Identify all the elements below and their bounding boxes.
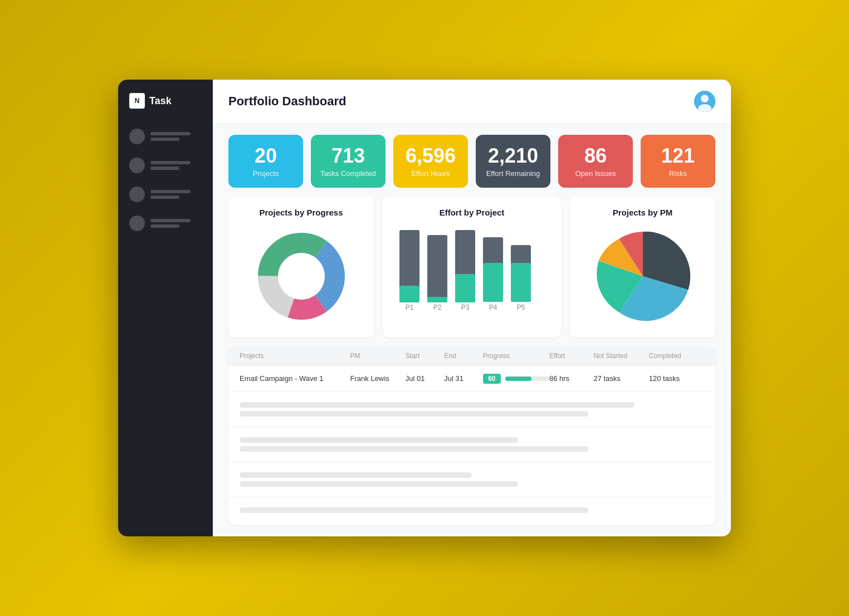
bar-chart-container: P1 P2 P3 P4	[394, 226, 550, 326]
col-header-not-started: Not Started	[593, 352, 648, 360]
chart-title-pm: Projects by PM	[581, 208, 704, 217]
skeleton-row-2	[228, 427, 715, 462]
sidebar-line	[150, 219, 191, 222]
svg-text:P3: P3	[461, 304, 470, 311]
col-header-progress: Progress	[483, 352, 549, 360]
sidebar-line	[150, 167, 179, 170]
sidebar-nav	[118, 124, 213, 236]
skeleton-line	[240, 446, 588, 452]
cell-effort: 86 hrs	[549, 374, 593, 383]
skeleton-line	[240, 481, 518, 487]
pie-chart-svg	[593, 226, 693, 326]
stat-card-remaining[interactable]: 2,210 Effort Remaining	[476, 135, 550, 188]
cell-project-name: Email Campaign - Wave 1	[240, 374, 350, 383]
stats-row: 20 Projects 713 Tasks Completed 6,596 Ef…	[213, 124, 731, 188]
sidebar-item-4[interactable]	[127, 211, 204, 236]
chart-title-effort: Effort by Project	[394, 208, 550, 217]
chart-card-effort: Effort by Project P1 P2	[383, 197, 561, 338]
col-header-pm: PM	[350, 352, 406, 360]
stat-number-issues: 86	[584, 145, 607, 167]
sidebar-item-3[interactable]	[127, 182, 204, 207]
svg-text:P2: P2	[433, 304, 442, 311]
svg-point-1	[701, 95, 709, 102]
stat-number-remaining: 2,210	[488, 145, 538, 167]
table-header: Projects PM Start End Progress Effort No…	[228, 346, 715, 366]
col-header-completed: Completed	[649, 352, 704, 360]
sidebar-line	[150, 161, 191, 164]
sidebar-lines-1	[150, 132, 191, 141]
app-wrapper: N Task	[118, 80, 731, 536]
stat-number-tasks: 713	[331, 145, 365, 167]
sidebar-line	[150, 138, 179, 141]
data-table: Projects PM Start End Progress Effort No…	[228, 346, 715, 525]
stat-card-issues[interactable]: 86 Open Issues	[558, 135, 633, 188]
stat-card-risks[interactable]: 121 Risks	[641, 135, 715, 188]
table-row[interactable]: Email Campaign - Wave 1 Frank Lewis Jul …	[228, 366, 715, 392]
main-content: Portfolio Dashboard 20 Projects 713 Task…	[213, 80, 731, 536]
svg-point-8	[280, 255, 323, 297]
bar-chart-svg: P1 P2 P3 P4	[394, 226, 550, 326]
sidebar-lines-2	[150, 161, 191, 170]
cell-pm: Frank Lewis	[350, 374, 406, 383]
progress-fill	[505, 377, 531, 381]
stat-number-effort: 6,596	[406, 145, 456, 167]
sidebar-dot-1	[129, 129, 145, 144]
sidebar-item-1[interactable]	[127, 124, 204, 149]
sidebar-line	[150, 132, 191, 135]
svg-rect-13	[427, 297, 447, 302]
svg-rect-19	[483, 263, 503, 302]
header: Portfolio Dashboard	[213, 80, 731, 124]
progress-track	[505, 377, 549, 381]
cell-not-started: 27 tasks	[593, 374, 648, 383]
stat-card-effort[interactable]: 6,596 Effort Hours	[393, 135, 468, 188]
cell-end: Jul 31	[444, 374, 483, 383]
sidebar-dot-2	[129, 158, 145, 173]
donut-chart-svg	[251, 226, 352, 326]
svg-text:P4: P4	[489, 304, 497, 311]
skeleton-row-1	[228, 392, 715, 427]
sidebar-line	[150, 224, 179, 228]
stat-label-projects: Projects	[253, 169, 279, 178]
sidebar-dot-3	[129, 187, 145, 202]
sidebar-lines-3	[150, 190, 191, 199]
logo-icon: N	[129, 93, 145, 109]
sidebar-dot-4	[129, 216, 145, 231]
stat-number-risks: 121	[661, 145, 695, 167]
svg-rect-16	[455, 274, 475, 302]
svg-rect-12	[427, 235, 447, 302]
col-header-end: End	[444, 352, 483, 360]
chart-card-pm: Projects by PM	[570, 197, 715, 338]
stat-label-risks: Risks	[669, 169, 687, 178]
svg-rect-22	[511, 263, 531, 302]
col-header-projects: Projects	[240, 352, 350, 360]
sidebar-lines-4	[150, 219, 191, 228]
skeleton-line	[240, 411, 588, 417]
stat-label-effort: Effort Hours	[411, 169, 450, 178]
skeleton-line	[240, 402, 635, 408]
stat-card-tasks[interactable]: 713 Tasks Completed	[311, 135, 386, 188]
skeleton-line	[240, 472, 472, 478]
charts-row: Projects by Progress	[213, 188, 731, 346]
stat-label-issues: Open Issues	[575, 169, 616, 178]
stat-label-remaining: Effort Remaining	[486, 169, 540, 178]
sidebar: N Task	[118, 80, 213, 536]
chart-card-progress: Projects by Progress	[228, 197, 374, 338]
col-header-effort: Effort	[549, 352, 593, 360]
skeleton-row-3	[228, 462, 715, 497]
page-title: Portfolio Dashboard	[228, 94, 346, 109]
skeleton-line	[240, 437, 518, 443]
col-header-start: Start	[406, 352, 445, 360]
sidebar-item-2[interactable]	[127, 153, 204, 178]
skeleton-line	[240, 507, 588, 513]
stat-label-tasks: Tasks Completed	[320, 169, 376, 178]
stat-card-projects[interactable]: 20 Projects	[228, 135, 303, 188]
svg-text:P1: P1	[406, 304, 414, 311]
avatar[interactable]	[694, 91, 715, 112]
skeleton-row-4	[228, 497, 715, 523]
sidebar-logo: N Task	[118, 93, 213, 124]
cell-completed: 120 tasks	[649, 374, 704, 383]
logo-text: Task	[149, 95, 172, 107]
chart-title-progress: Projects by Progress	[240, 208, 363, 217]
donut-chart-container	[240, 226, 363, 326]
pie-chart-container	[581, 226, 704, 326]
